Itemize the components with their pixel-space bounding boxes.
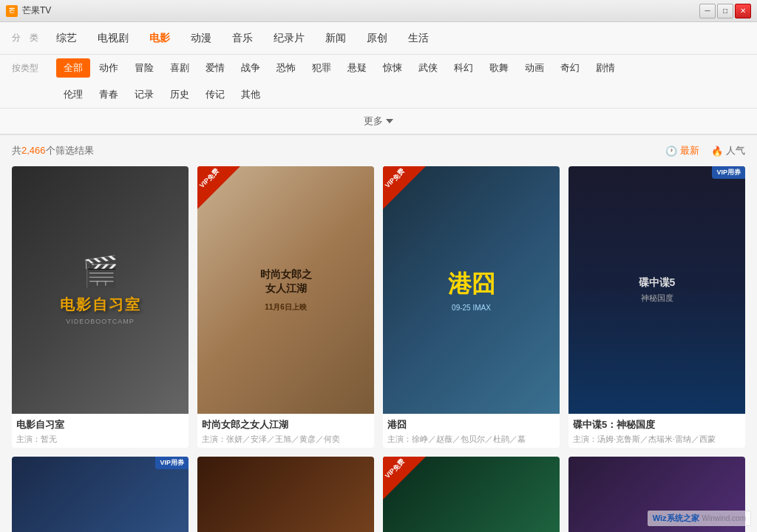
filter-romance[interactable]: 爱情 — [198, 58, 232, 78]
filter-war[interactable]: 战争 — [234, 58, 268, 78]
movie-title-2: 时尚女郎之女人江湖 — [202, 418, 370, 432]
filter-record[interactable]: 记录 — [127, 85, 161, 104]
movie-info-1: 电影自习室 主演：暂无 — [12, 414, 189, 448]
movie-grid-row-2: VIP用券 🎭 汪洋中的一条船 主演： 爸爸去哪儿 — [12, 457, 745, 532]
movie-poster-3: 港囧 09-25 IMAX VIP免费 — [383, 166, 560, 414]
filter-row-type: 按类型 全部 动作 冒险 喜剧 爱情 战争 恐怖 犯罪 悬疑 惊悚 武侠 科幻 … — [12, 55, 745, 81]
nav-item-documentary[interactable]: 纪录片 — [265, 27, 313, 50]
poster-main-text-4a: 碟中谍5 — [639, 276, 676, 290]
minimize-button[interactable]: ─ — [699, 4, 716, 18]
filter-biography[interactable]: 传记 — [198, 85, 232, 104]
sort-popular[interactable]: 🔥 人气 — [711, 144, 745, 157]
filter-wuxia[interactable]: 武侠 — [411, 58, 445, 78]
filter-horror[interactable]: 恐怖 — [269, 58, 303, 78]
filter-thriller[interactable]: 惊悚 — [376, 58, 410, 78]
filter-row-type-2: 伦理 青春 记录 历史 传记 其他 — [12, 81, 745, 108]
movie-grid: 🎬 电影自习室 VIDEOBOOTCAMP 电影自习室 主演：暂无 时尚女郎之 — [12, 166, 745, 448]
poster-content-6: 爸爸去哪儿 — [197, 457, 374, 532]
nav-item-variety[interactable]: 综艺 — [47, 27, 86, 50]
poster-main-text-4b: 神秘国度 — [641, 293, 673, 304]
movie-poster-5: VIP用券 🎭 — [12, 457, 189, 532]
filter-other[interactable]: 其他 — [234, 85, 268, 104]
filter-comedy[interactable]: 喜剧 — [163, 58, 197, 78]
nav-item-anime[interactable]: 动漫 — [182, 27, 220, 50]
filter-crime[interactable]: 犯罪 — [305, 58, 339, 78]
poster-main-text-2b: 女人江湖 — [260, 282, 312, 296]
window-controls: ─ □ ✕ — [699, 4, 751, 18]
movie-poster-6: 爸爸去哪儿 — [197, 457, 374, 532]
nav-item-movie[interactable]: 电影 — [140, 27, 179, 50]
window-title: 芒果TV — [22, 4, 51, 17]
movie-info-2: 时尚女郎之女人江湖 主演：张妍／安泽／王旭／黄彦／何奕 — [197, 414, 374, 448]
poster-sub-text-1: VIDEOBOOTCAMP — [66, 318, 135, 325]
movie-card-2[interactable]: 时尚女郎之 女人江湖 11月6日上映 VIP免费 时尚女郎之女人江湖 主演：张妍… — [197, 166, 374, 448]
movie-title-3: 港囧 — [387, 418, 555, 432]
movie-card-7[interactable]: VIP免费 大圣归来 大圣归来 主演： — [383, 457, 560, 532]
movie-cast-1: 主演：暂无 — [16, 434, 184, 445]
movie-card-4[interactable]: 碟中谍5 神秘国度 VIP用券 碟中谍5：神秘国度 主演：汤姆·克鲁斯／杰瑞米·… — [568, 166, 745, 448]
results-count: 共2,466个筛选结果 — [12, 144, 94, 157]
clock-icon: 🕐 — [665, 146, 677, 157]
more-button[interactable]: 更多 — [364, 115, 393, 128]
movie-card-5[interactable]: VIP用券 🎭 汪洋中的一条船 主演： — [12, 457, 189, 532]
nav-item-original[interactable]: 原创 — [358, 27, 396, 50]
close-button[interactable]: ✕ — [735, 4, 751, 18]
filter-youth[interactable]: 青春 — [92, 85, 126, 104]
movie-cast-2: 主演：张妍／安泽／王旭／黄彦／何奕 — [202, 434, 370, 445]
movie-card-1[interactable]: 🎬 电影自习室 VIDEOBOOTCAMP 电影自习室 主演：暂无 — [12, 166, 189, 448]
maximize-button[interactable]: □ — [717, 4, 733, 18]
movie-title-4: 碟中谍5：神秘国度 — [573, 418, 741, 432]
poster-content-1: 🎬 电影自习室 VIDEOBOOTCAMP — [12, 166, 189, 414]
filter-all[interactable]: 全部 — [56, 58, 90, 78]
filter-scifi[interactable]: 科幻 — [447, 58, 481, 78]
movie-card-6[interactable]: 爸爸去哪儿 爸爸去哪儿 主演： — [197, 457, 374, 532]
movie-title-1: 电影自习室 — [16, 418, 184, 432]
filter-action[interactable]: 动作 — [92, 58, 126, 78]
poster-sub-text-2: 11月6日上映 — [260, 302, 312, 313]
filter-history[interactable]: 历史 — [163, 85, 197, 104]
movie-poster-4: 碟中谍5 神秘国度 VIP用券 — [568, 166, 745, 414]
movie-info-3: 港囧 主演：徐峥／赵薇／包贝尔／杜鹃／墓 — [383, 414, 560, 448]
vip-badge-4: VIP用券 — [712, 166, 745, 179]
movie-cast-4: 主演：汤姆·克鲁斯／杰瑞米·雷纳／西蒙 — [573, 434, 741, 445]
poster-content-5: 🎭 — [12, 457, 189, 532]
nav-item-news[interactable]: 新闻 — [316, 27, 355, 50]
content-area: 共2,466个筛选结果 🕐 最新 🔥 人气 🎬 — [0, 135, 757, 532]
filter-adventure[interactable]: 冒险 — [127, 58, 161, 78]
nav-category-label: 分 类 — [12, 32, 38, 44]
watermark-url: Winwind.com — [702, 514, 746, 522]
movie-info-4: 碟中谍5：神秘国度 主演：汤姆·克鲁斯／杰瑞米·雷纳／西蒙 — [568, 414, 745, 448]
movie-poster-7: VIP免费 大圣归来 — [383, 457, 560, 532]
sort-options: 🕐 最新 🔥 人气 — [665, 144, 745, 157]
main-container: 分 类 综艺 电视剧 电影 动漫 音乐 纪录片 新闻 原创 生活 按类型 全部 … — [0, 22, 757, 532]
nav-item-life[interactable]: 生活 — [399, 27, 438, 50]
poster-main-text-3: 港囧 — [448, 268, 495, 301]
filter-type-label: 按类型 — [12, 62, 49, 75]
movie-poster-2: 时尚女郎之 女人江湖 11月6日上映 VIP免费 — [197, 166, 374, 414]
title-bar-left: 芒 芒果TV — [6, 4, 51, 17]
movie-card-3[interactable]: 港囧 09-25 IMAX VIP免费 港囧 主演：徐峥／赵薇／包贝尔／杜鹃／墓 — [383, 166, 560, 448]
filter-animation[interactable]: 动画 — [517, 58, 551, 78]
poster-content-7: 大圣归来 — [383, 457, 560, 532]
count-number: 2,466 — [21, 145, 46, 156]
poster-main-text-1: 电影自习室 — [60, 295, 141, 315]
movie-poster-1: 🎬 电影自习室 VIDEOBOOTCAMP — [12, 166, 189, 414]
filter-drama[interactable]: 剧情 — [588, 58, 622, 78]
more-section[interactable]: 更多 — [0, 109, 757, 135]
filter-mystery[interactable]: 悬疑 — [340, 58, 374, 78]
chevron-down-icon — [386, 119, 393, 123]
filter-dance[interactable]: 歌舞 — [482, 58, 516, 78]
nav-item-music[interactable]: 音乐 — [223, 27, 262, 50]
fire-icon: 🔥 — [711, 146, 723, 157]
more-label: 更多 — [364, 115, 383, 128]
sort-newest[interactable]: 🕐 最新 — [665, 144, 699, 157]
vip-badge-2: VIP免费 — [197, 166, 240, 211]
vip-badge-3: VIP免费 — [383, 166, 426, 211]
filter-fantasy[interactable]: 奇幻 — [553, 58, 587, 78]
filter-bar: 按类型 全部 动作 冒险 喜剧 爱情 战争 恐怖 犯罪 悬疑 惊悚 武侠 科幻 … — [0, 55, 757, 109]
nav-item-tv[interactable]: 电视剧 — [89, 27, 138, 50]
poster-content-4: 碟中谍5 神秘国度 — [568, 166, 745, 414]
filter-ethics[interactable]: 伦理 — [56, 85, 90, 104]
movie-cast-3: 主演：徐峥／赵薇／包贝尔／杜鹃／墓 — [387, 434, 555, 445]
watermark-text: Wiz系统之家 — [653, 513, 699, 524]
